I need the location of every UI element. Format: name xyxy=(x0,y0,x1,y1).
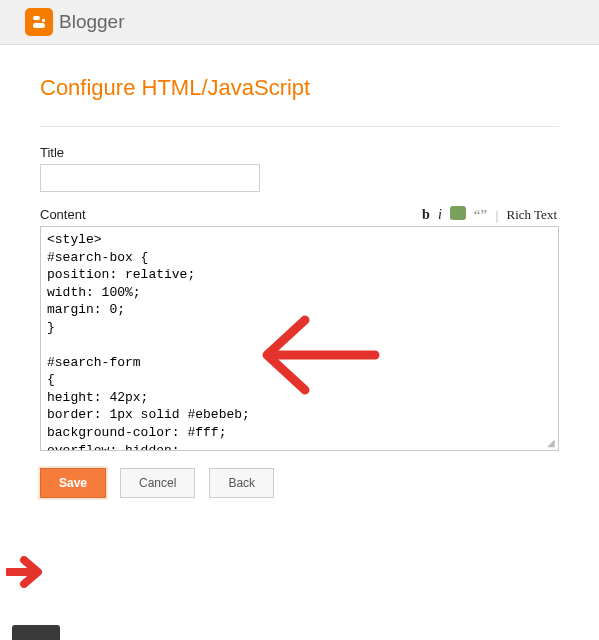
title-label: Title xyxy=(40,145,559,160)
back-button[interactable]: Back xyxy=(209,468,274,498)
cancel-button[interactable]: Cancel xyxy=(120,468,195,498)
button-row: Save Cancel Back xyxy=(0,468,599,498)
content-label: Content xyxy=(40,207,86,222)
page-title: Configure HTML/JavaScript xyxy=(40,75,599,101)
svg-rect-2 xyxy=(33,23,45,28)
brand-text: Blogger xyxy=(59,11,125,33)
content-textarea[interactable]: <style> #search-box { position: relative… xyxy=(40,226,559,451)
link-button[interactable] xyxy=(448,206,468,224)
svg-rect-1 xyxy=(33,16,40,20)
brand-logo[interactable]: Blogger xyxy=(25,8,125,36)
svg-rect-3 xyxy=(42,19,45,22)
richtext-toggle[interactable]: Rich Text xyxy=(505,207,559,223)
header-bar: Blogger xyxy=(0,0,599,45)
bold-button[interactable]: b xyxy=(420,207,432,223)
save-button[interactable]: Save xyxy=(40,468,106,498)
blogger-icon xyxy=(25,8,53,36)
editor-toolbar: b i “” | Rich Text xyxy=(420,206,559,224)
svg-rect-0 xyxy=(30,13,48,31)
annotation-arrow-small xyxy=(6,556,46,588)
link-icon xyxy=(450,206,466,220)
footer-tab xyxy=(12,625,60,640)
italic-button[interactable]: i xyxy=(436,207,444,223)
form-area: Title Content b i “” | Rich Text <style>… xyxy=(0,127,599,448)
toolbar-separator: | xyxy=(493,208,500,223)
quote-button[interactable]: “” xyxy=(472,207,489,224)
title-input[interactable] xyxy=(40,164,260,192)
